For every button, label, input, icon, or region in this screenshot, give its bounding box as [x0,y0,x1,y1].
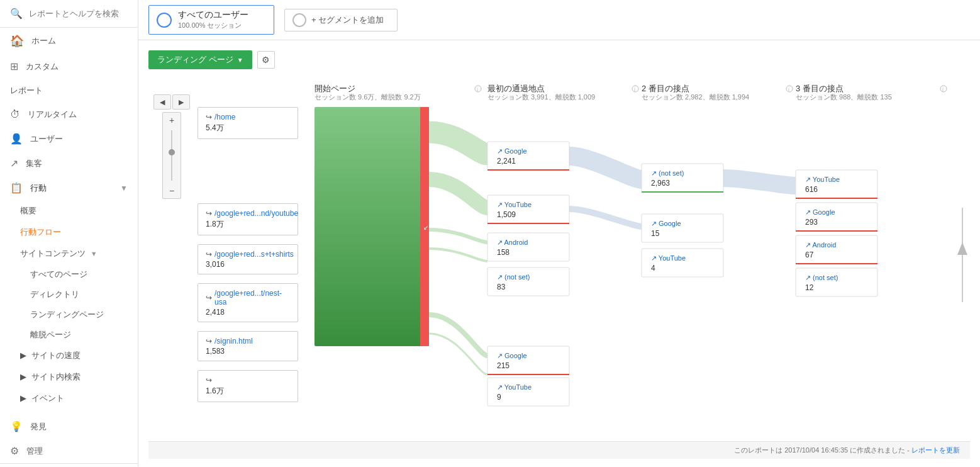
sidebar-item-site-search[interactable]: ▶ サイト内検索 [0,366,138,388]
second-notset-val: 2,963 [651,179,670,188]
third-android-name: ↗ Android [805,241,836,249]
expand-icon: ▶ [20,351,26,360]
info-dot-4 [940,86,947,92]
sidebar: 🔍 🏠 ホーム ⊞ カスタム レポート ⏱ リアルタイム 👤 ユーザー ↗ 集客… [0,0,138,467]
segment-sub: 100.00% セッション [178,21,248,30]
page-node-other[interactable]: ↪ 1.6万 [198,370,298,402]
sidebar-subitem-label: イベント [31,393,64,403]
first-notset-name: ↗ (not set) [497,273,530,281]
segment-add-label: + セグメントを追加 [311,14,384,26]
sidebar-item-home[interactable]: 🏠 ホーム [0,28,138,54]
third-android-node[interactable] [796,235,877,264]
main-content: すべてのユーザー 100.00% セッション + セグメントを追加 ランディング… [138,0,980,467]
second-youtube-node[interactable] [642,249,723,277]
sidebar-item-directory[interactable]: ディレクトリ [0,284,138,305]
second-google-node[interactable] [642,214,723,242]
sidebar-collapse-btn[interactable]: ◀ [0,463,138,467]
bottom-youtube-node[interactable] [487,378,569,406]
behavior-icon: 📋 [10,182,23,194]
landing-page-dropdown[interactable]: ランディング ページ ▼ [148,50,252,69]
page-node-nest[interactable]: ↪ /google+red...t/nest-usa 2,418 [198,283,298,322]
page-node-shirts[interactable]: ↪ /google+red...s+t+shirts 3,016 [198,244,298,274]
update-report-link[interactable]: レポートを更新 [911,446,960,454]
third-notset-node[interactable] [796,268,877,296]
first-youtube-name: ↗ YouTube [497,201,532,208]
third-google-node[interactable] [796,203,877,231]
sidebar-item-behavior-flow[interactable]: 行動フロー [0,222,138,243]
nav-controls: ◀ ▶ + − [153,94,190,436]
sidebar-item-label: ホーム [31,35,56,47]
col-sub-third: セッション数 988、離脱数 135 [796,93,892,101]
flow-to-google [429,132,487,154]
sidebar-section-reports[interactable]: レポート [0,79,138,103]
custom-icon: ⊞ [10,60,18,72]
second-notset-node[interactable] [642,164,723,192]
zoom-minus-btn[interactable]: − [163,183,181,198]
sidebar-item-admin[interactable]: ⚙ 管理 [0,439,138,463]
sidebar-item-site-speed[interactable]: ▶ サイトの速度 [0,345,138,366]
third-youtube-bar [796,198,877,199]
col-header-start: 開始ページ [315,84,355,93]
bottom-google-val: 215 [497,361,509,370]
scroll-arrow [957,242,967,255]
sidebar-item-behavior[interactable]: 📋 行動 ▼ [0,176,138,200]
landing-page-nodes: ↪ /home 5.4万 ↪ /google+red...nd/youtube [198,107,298,402]
sidebar-item-custom[interactable]: ⊞ カスタム [0,54,138,79]
sidebar-item-label: 発見 [30,421,47,432]
third-notset-val: 12 [805,283,814,292]
home-icon: 🏠 [10,34,24,48]
info-dot-2 [632,86,638,92]
sidebar-subitem-label: 概要 [20,206,36,215]
sidebar-item-discover[interactable]: 💡 発見 [0,414,138,439]
sidebar-item-label: 集客 [26,158,42,169]
nav-left-btn[interactable]: ◀ [153,94,171,110]
sidebar-subitem-label: サイトの速度 [31,351,81,360]
first-youtube-val: 1,509 [497,210,516,219]
third-google-name: ↗ Google [805,208,835,216]
bottom-google-node[interactable] [487,346,569,374]
sidebar-subitem-label: サイト内検索 [31,372,81,381]
sidebar-item-events[interactable]: ▶ イベント [0,388,138,409]
flow-svg: 開始ページ セッション数 9.6万、離脱数 9.2万 最初の通過地点 セッション… [308,82,969,434]
search-bar[interactable]: 🔍 [0,0,138,28]
first-google-node[interactable] [487,142,569,170]
page-node-val: 3,016 [206,260,290,269]
zoom-plus-btn[interactable]: + [163,113,181,128]
sidebar-item-site-content[interactable]: サイトコンテンツ ▼ [0,243,138,264]
third-notset-name: ↗ (not set) [805,274,838,281]
first-android-node[interactable] [487,233,569,261]
sidebar-item-all-pages[interactable]: すべてのページ [0,264,138,284]
page-node-home[interactable]: ↪ /home 5.4万 [198,107,298,139]
second-notset-name: ↗ (not set) [651,169,684,177]
col-sub-second: セッション数 2,982、離脱数 1,994 [642,93,749,101]
discover-icon: 💡 [10,420,23,432]
flow-2-to-3 [723,178,796,186]
nav-arrows: ◀ ▶ [153,94,190,110]
third-youtube-node[interactable] [796,170,877,198]
sidebar-item-landing[interactable]: ランディングページ [0,305,138,325]
first-notset-node[interactable] [487,267,569,296]
sidebar-item-overview[interactable]: 概要 [0,200,138,222]
zoom-track [171,130,172,181]
sidebar-subitem-label: サイトコンテンツ [20,249,86,258]
page-node-youtube[interactable]: ↪ /google+red...nd/youtube 1.8万 [198,203,298,235]
flow-settings-btn[interactable]: ⚙ [257,51,275,69]
search-input[interactable] [29,9,128,18]
zoom-slider[interactable]: + − [162,112,181,199]
segment-circle [157,13,172,28]
sidebar-item-users[interactable]: 👤 ユーザー [0,127,138,151]
sidebar-item-label: カスタム [26,61,58,72]
third-android-val: 67 [805,250,814,259]
first-youtube-node[interactable] [487,195,569,223]
first-google-name: ↗ Google [497,147,527,155]
sidebar-item-acquisition[interactable]: ↗ 集客 [0,151,138,176]
page-node-signin[interactable]: ↪ /signin.html 1,583 [198,331,298,361]
segment-add-btn[interactable]: + セグメントを追加 [284,9,398,31]
sidebar-item-exit[interactable]: 離脱ページ [0,325,138,345]
first-android-name: ↗ Android [497,239,528,246]
segment-all-users[interactable]: すべてのユーザー 100.00% セッション [148,5,274,35]
nav-right-btn[interactable]: ▶ [172,94,190,110]
page-redirect-icon: ↪ [206,209,212,218]
page-node-val: 5.4万 [206,123,290,133]
sidebar-item-realtime[interactable]: ⏱ リアルタイム [0,103,138,127]
